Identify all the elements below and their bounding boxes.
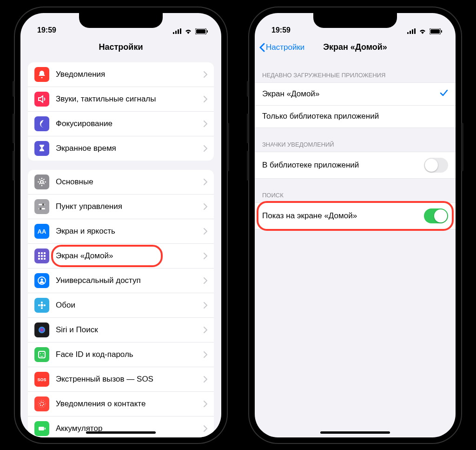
row-label: Только библиотека приложений: [262, 112, 448, 121]
chevron-right-icon: [204, 376, 207, 383]
battery-icon: [195, 28, 208, 34]
notifications-icon: [34, 67, 49, 82]
row-label: Фокусирование: [56, 119, 204, 128]
checkmark-icon: [440, 89, 448, 99]
row-opt-home[interactable]: Экран «Домой»: [255, 83, 456, 105]
settings-group: ОсновныеПункт управленияAAЭкран и яркост…: [28, 170, 214, 437]
settings-list[interactable]: УведомленияЗвуки, тактильные сигналыФоку…: [20, 59, 221, 437]
row-sounds[interactable]: Звуки, тактильные сигналы: [28, 87, 214, 111]
row-notifications[interactable]: Уведомления: [28, 62, 214, 87]
row-accessibility[interactable]: Универсальный доступ: [28, 268, 214, 293]
row-badges-lib[interactable]: В библиотеке приложений: [255, 152, 456, 178]
row-opt-lib[interactable]: Только библиотека приложений: [255, 105, 456, 128]
chevron-right-icon: [204, 179, 207, 185]
row-label: Пункт управления: [56, 202, 204, 211]
notch: [313, 13, 397, 28]
back-label: Настройки: [266, 43, 304, 52]
row-label: Экстренный вызов — SOS: [56, 375, 204, 384]
section-group: В библиотеке приложений: [255, 152, 456, 179]
row-label: Уведомления: [56, 70, 204, 79]
svg-rect-1: [175, 31, 177, 34]
home-indicator[interactable]: [86, 431, 156, 434]
svg-rect-13: [38, 252, 40, 254]
svg-rect-15: [44, 252, 46, 254]
row-siri[interactable]: Siri и Поиск: [28, 317, 214, 342]
svg-rect-18: [44, 255, 46, 257]
chevron-right-icon: [204, 401, 207, 407]
row-wallpaper[interactable]: Обои: [28, 293, 214, 317]
settings-group: УведомленияЗвуки, тактильные сигналыФоку…: [28, 62, 214, 161]
svg-point-32: [43, 353, 44, 354]
page-title: Настройки: [99, 42, 143, 52]
row-faceid[interactable]: Face ID и код-пароль: [28, 342, 214, 367]
phone-right: 19:59 Настройки Экран «Домой» НЕДАВНО ЗА…: [248, 7, 462, 444]
toggle-search-home[interactable]: [424, 208, 448, 223]
chevron-right-icon: [204, 327, 207, 333]
toggle-badges-lib[interactable]: [424, 158, 448, 173]
svg-point-34: [40, 402, 44, 406]
chevron-right-icon: [204, 253, 207, 259]
back-button[interactable]: Настройки: [259, 43, 304, 52]
svg-rect-19: [38, 258, 40, 260]
svg-point-10: [42, 203, 45, 206]
svg-rect-6: [207, 30, 208, 33]
row-search-home[interactable]: Показ на экране «Домой»: [255, 203, 456, 229]
section-group: Показ на экране «Домой»: [255, 202, 456, 229]
row-label: Универсальный доступ: [56, 276, 204, 285]
row-battery[interactable]: Аккумулятор: [28, 416, 214, 437]
row-control[interactable]: Пункт управления: [28, 194, 214, 219]
chevron-right-icon: [204, 277, 207, 284]
svg-rect-40: [412, 29, 413, 34]
svg-rect-41: [414, 28, 416, 34]
svg-point-23: [41, 278, 43, 281]
svg-rect-17: [41, 255, 43, 257]
row-homescreen[interactable]: Экран «Домой»: [28, 243, 214, 268]
row-screentime[interactable]: Экранное время: [28, 136, 214, 161]
phone-left: 19:59 Настройки УведомленияЗвуки, тактил…: [14, 7, 228, 444]
svg-rect-3: [180, 28, 181, 34]
svg-rect-20: [41, 258, 43, 260]
row-label: Siri и Поиск: [56, 325, 204, 335]
row-label: Face ID и код-пароль: [56, 350, 204, 359]
row-focus[interactable]: Фокусирование: [28, 111, 214, 136]
battery-icon: [34, 421, 49, 436]
row-label: Экран «Домой»: [56, 251, 204, 261]
section-header: НЕДАВНО ЗАГРУЖЕННЫЕ ПРИЛОЖЕНИЯ: [255, 59, 456, 82]
svg-point-25: [41, 302, 43, 303]
svg-rect-14: [41, 252, 43, 254]
chevron-right-icon: [204, 351, 207, 358]
svg-rect-44: [441, 30, 442, 33]
homescreen-icon: [34, 249, 49, 263]
svg-rect-38: [407, 32, 409, 34]
siri-icon: [34, 322, 49, 337]
status-time: 19:59: [271, 26, 291, 34]
row-exposure[interactable]: Уведомления о контакте: [28, 391, 214, 416]
svg-rect-0: [173, 32, 174, 34]
section-header: ЗНАЧКИ УВЕДОМЛЕНИЙ: [255, 128, 456, 152]
chevron-right-icon: [204, 425, 207, 432]
accessibility-icon: [34, 273, 49, 288]
svg-rect-16: [38, 255, 40, 257]
row-general[interactable]: Основные: [28, 170, 214, 194]
sos-icon: SOS: [34, 372, 49, 387]
svg-point-28: [44, 304, 46, 306]
row-label: Звуки, тактильные сигналы: [56, 94, 204, 104]
home-indicator[interactable]: [320, 431, 390, 434]
exposure-icon: [34, 396, 49, 411]
svg-rect-37: [45, 428, 46, 430]
svg-point-29: [39, 327, 45, 333]
chevron-right-icon: [204, 71, 207, 78]
svg-point-27: [38, 304, 40, 306]
general-icon: [34, 175, 49, 189]
chevron-right-icon: [204, 228, 207, 235]
chevron-right-icon: [204, 121, 207, 127]
svg-point-24: [40, 304, 43, 307]
svg-rect-21: [44, 258, 46, 260]
home-screen-settings[interactable]: НЕДАВНО ЗАГРУЖЕННЫЕ ПРИЛОЖЕНИЯЭкран «Дом…: [255, 59, 456, 437]
row-display[interactable]: AAЭкран и яркость: [28, 219, 214, 243]
wifi-icon: [418, 28, 427, 34]
row-label: В библиотеке приложений: [262, 161, 424, 170]
cellular-icon: [407, 28, 416, 34]
row-sos[interactable]: SOSЭкстренный вызов — SOS: [28, 367, 214, 391]
svg-point-31: [40, 353, 41, 354]
